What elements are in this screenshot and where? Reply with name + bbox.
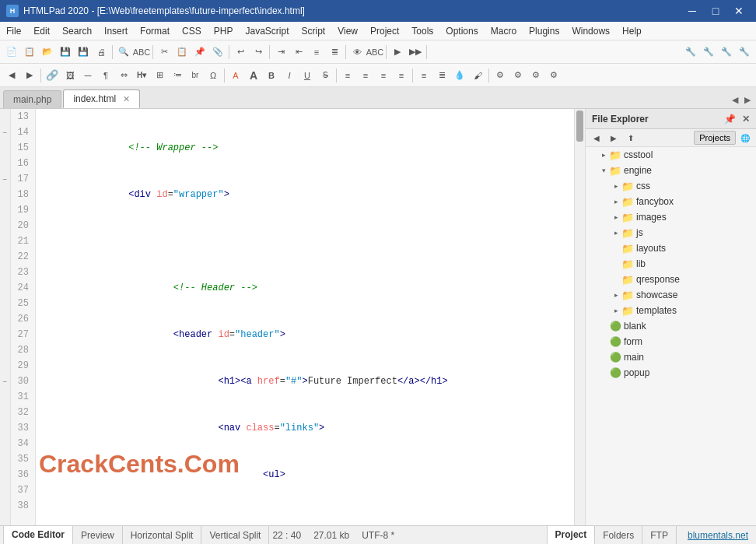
view-btn[interactable]: 👁: [348, 44, 366, 61]
paste-special-button[interactable]: 📎: [209, 44, 226, 61]
bold-button[interactable]: B: [263, 67, 280, 84]
menu-javascript[interactable]: JavaScript: [239, 24, 295, 38]
right-tab-folders[interactable]: Folders: [595, 526, 642, 545]
explorer-web[interactable]: 🌐: [737, 131, 753, 145]
tab-prev-button[interactable]: ◀: [730, 94, 740, 106]
menu-css[interactable]: CSS: [176, 24, 208, 38]
link-button[interactable]: 🔗: [44, 67, 61, 84]
menu-plugins[interactable]: Plugins: [523, 24, 565, 38]
redo-button[interactable]: ↪: [250, 44, 267, 61]
expand-icon[interactable]: ▸: [611, 196, 621, 207]
status-tab-horizontal-split[interactable]: Horizontal Split: [123, 526, 202, 545]
menu-file[interactable]: File: [0, 24, 27, 38]
back-button[interactable]: ◀: [3, 67, 20, 84]
format-btn2[interactable]: ≣: [326, 44, 343, 61]
tree-item-csstool[interactable]: ▸ 📁 csstool: [586, 147, 756, 163]
align-center[interactable]: ≡: [357, 67, 374, 84]
tab-close-icon[interactable]: ✕: [123, 94, 130, 104]
table-button[interactable]: ⊞: [151, 67, 168, 84]
undo-button[interactable]: ↩: [232, 44, 249, 61]
status-tab-preview[interactable]: Preview: [73, 526, 123, 545]
menu-options[interactable]: Options: [439, 24, 484, 38]
paint-btn[interactable]: 🖌: [469, 67, 486, 84]
expand-icon[interactable]: ▸: [611, 290, 621, 300]
tree-item-js[interactable]: ▸ 📁 js: [586, 225, 756, 240]
indent-button[interactable]: ⇥: [272, 44, 289, 61]
misc-btn2[interactable]: ⚙: [509, 67, 527, 84]
maximize-button[interactable]: □: [705, 3, 726, 19]
menu-search[interactable]: Search: [56, 24, 98, 38]
tab-next-button[interactable]: ▶: [742, 94, 753, 106]
editor-scrollbar[interactable]: [574, 109, 585, 525]
heading-dropdown[interactable]: H▾: [133, 67, 150, 84]
run-button[interactable]: ▶: [389, 44, 406, 61]
status-tab-vertical-split[interactable]: Vertical Split: [201, 526, 269, 545]
pin-icon[interactable]: 📌: [724, 114, 736, 125]
tree-item-lib[interactable]: 📁 lib: [586, 256, 756, 272]
tree-item-engine[interactable]: ▾ 📁 engine: [586, 163, 756, 178]
scrollbar-thumb[interactable]: [576, 111, 583, 142]
save-all-button[interactable]: 💾: [75, 44, 92, 61]
dropper-btn[interactable]: 💧: [451, 67, 468, 84]
misc-btn4[interactable]: ⚙: [545, 67, 562, 84]
list-button[interactable]: ≔: [169, 67, 186, 84]
projects-button[interactable]: Projects: [694, 131, 736, 145]
italic-button[interactable]: I: [281, 67, 298, 84]
menu-edit[interactable]: Edit: [27, 24, 56, 38]
menu-windows[interactable]: Windows: [565, 24, 616, 38]
tree-item-form[interactable]: 🟢 form: [586, 334, 756, 349]
tree-item-popup[interactable]: 🟢 popup: [586, 365, 756, 381]
tree-item-qresponse[interactable]: 📁 qresponse: [586, 272, 756, 287]
spellcheck-button[interactable]: ABC: [133, 44, 150, 61]
new-button[interactable]: 📄: [3, 44, 20, 61]
find-button[interactable]: 🔍: [115, 44, 132, 61]
right-tab-ftp[interactable]: FTP: [642, 526, 677, 545]
expand-icon[interactable]: ▸: [611, 212, 621, 223]
status-tab-code-editor[interactable]: Code Editor: [3, 526, 73, 545]
website-link[interactable]: blumentals.net: [688, 530, 748, 541]
outdent-button[interactable]: ⇤: [290, 44, 307, 61]
extra-btn4[interactable]: 🔧: [736, 44, 753, 61]
expand-icon[interactable]: ▸: [611, 181, 621, 191]
extra-btn2[interactable]: 🔧: [700, 44, 717, 61]
align-button[interactable]: ⇔: [115, 67, 132, 84]
tree-item-main[interactable]: 🟢 main: [586, 349, 756, 365]
menu-project[interactable]: Project: [364, 24, 405, 38]
color-btn2[interactable]: A: [245, 67, 262, 84]
hr-button[interactable]: —: [79, 67, 96, 84]
expand-icon[interactable]: ▸: [611, 227, 621, 238]
image-button[interactable]: 🖼: [61, 67, 79, 84]
code-content[interactable]: <!-- Wrapper --> <div id="wrapper"> <!--…: [36, 109, 574, 525]
new-project-button[interactable]: 📋: [21, 44, 38, 61]
print-button[interactable]: 🖨: [93, 44, 110, 61]
copy-button[interactable]: 📋: [173, 44, 191, 61]
extra-btn1[interactable]: 🔧: [682, 44, 699, 61]
paste-button[interactable]: 📌: [191, 44, 208, 61]
omega-button[interactable]: Ω: [205, 67, 222, 84]
extra-btn3[interactable]: 🔧: [718, 44, 735, 61]
underline-button[interactable]: U: [299, 67, 316, 84]
menu-format[interactable]: Format: [134, 24, 176, 38]
explorer-back[interactable]: ◀: [589, 131, 604, 145]
menu-script[interactable]: Script: [296, 24, 332, 38]
misc-btn1[interactable]: ⚙: [492, 67, 509, 84]
menu-tools[interactable]: Tools: [405, 24, 439, 38]
menu-macro[interactable]: Macro: [485, 24, 523, 38]
align-left[interactable]: ≡: [339, 67, 356, 84]
tree-item-showcase[interactable]: ▸ 📁 showcase: [586, 287, 756, 303]
misc-btn3[interactable]: ⚙: [527, 67, 544, 84]
pilcrow-button[interactable]: ¶: [97, 67, 114, 84]
expand-icon[interactable]: ▾: [598, 165, 609, 176]
open-button[interactable]: 📂: [39, 44, 56, 61]
close-explorer-icon[interactable]: ✕: [742, 114, 750, 125]
tab-main-php[interactable]: main.php: [3, 90, 61, 108]
tree-item-fancybox[interactable]: ▸ 📁 fancybox: [586, 194, 756, 209]
br-button[interactable]: br: [187, 67, 204, 84]
tree-item-templates[interactable]: ▸ 📁 templates: [586, 303, 756, 318]
expand-icon[interactable]: ▸: [611, 305, 621, 316]
align-right[interactable]: ≡: [375, 67, 392, 84]
tab-index-html[interactable]: index.html ✕: [63, 89, 140, 108]
color-btn1[interactable]: A: [227, 67, 244, 84]
format-btn[interactable]: ≡: [308, 44, 325, 61]
explorer-forward[interactable]: ▶: [606, 131, 621, 145]
